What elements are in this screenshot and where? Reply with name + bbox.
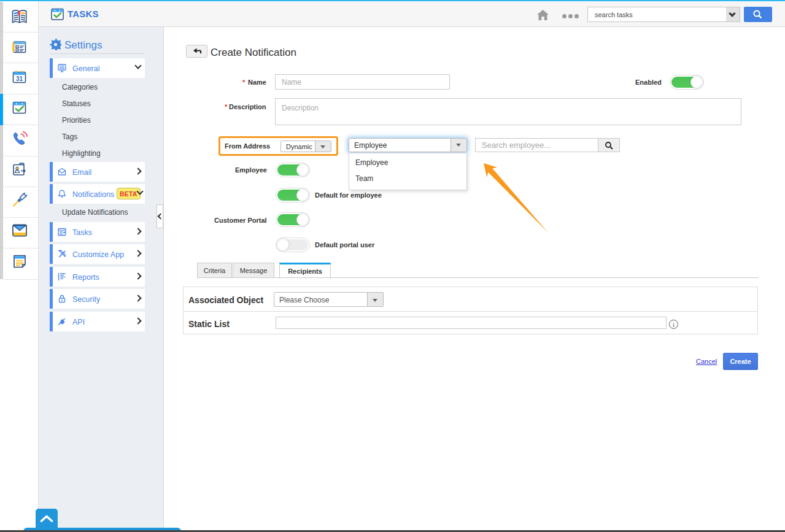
svg-text:31: 31 xyxy=(16,75,23,82)
